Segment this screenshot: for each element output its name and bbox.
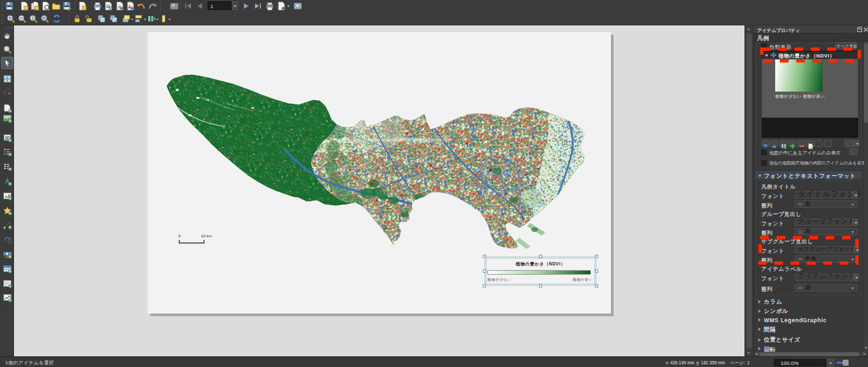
svg-text:A: A — [128, 5, 131, 9]
